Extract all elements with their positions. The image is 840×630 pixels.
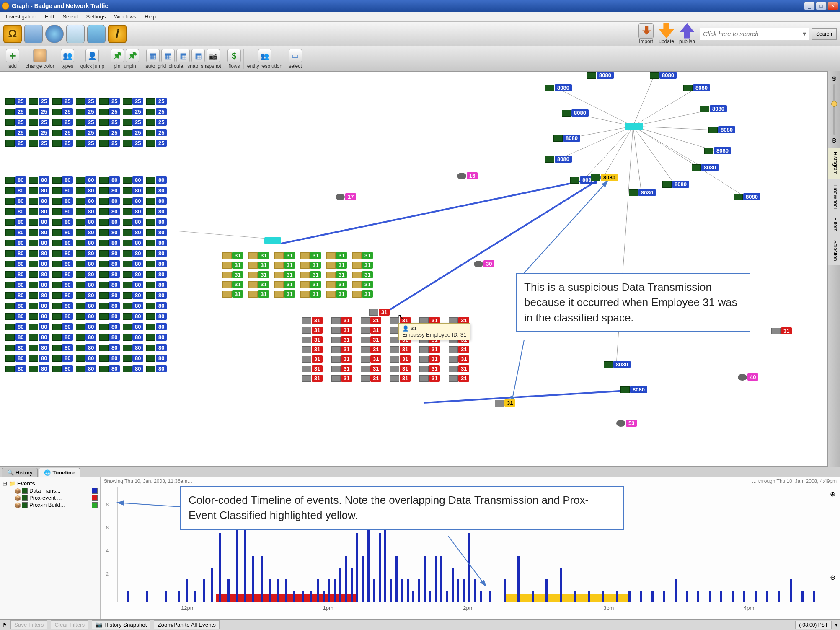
grid-layout-icon[interactable] (161, 49, 175, 62)
tree-item-data-trans[interactable]: 📦 Data Trans... (3, 487, 98, 494)
blue-node-80[interactable]: 80 (99, 271, 122, 278)
blue-node-80[interactable]: 80 (5, 302, 28, 309)
red-node-31[interactable]: 31 (331, 346, 360, 353)
zoom-plus-icon[interactable]: ⊕ (830, 490, 835, 498)
blue-node-80[interactable]: 80 (99, 313, 122, 320)
blue-node-80[interactable]: 80 (29, 197, 52, 205)
red-node-31[interactable]: 31 (331, 375, 360, 382)
menu-select[interactable]: Select (58, 13, 82, 21)
blue-node-25[interactable]: 25 (76, 129, 98, 136)
green-node-31[interactable]: 31 (300, 281, 326, 288)
green-node-31[interactable]: 31 (352, 290, 377, 298)
red-node-31[interactable]: 31 (449, 375, 477, 382)
blue-node-25[interactable]: 25 (99, 98, 122, 105)
blue-node-80[interactable]: 80 (29, 271, 52, 278)
green-node-31[interactable]: 31 (274, 271, 300, 278)
blue-node-25[interactable]: 25 (5, 98, 28, 105)
person-node-53[interactable]: 53 (616, 420, 637, 427)
blue-node-80[interactable]: 80 (99, 176, 122, 184)
blue-node-80[interactable]: 80 (29, 218, 52, 226)
green-node-31[interactable]: 31 (352, 262, 377, 269)
blue-node-80[interactable]: 80 (123, 208, 145, 215)
red-node-31[interactable]: 31 (449, 346, 477, 353)
status-flag-icon[interactable]: ⚑ (3, 622, 7, 628)
red-node-31[interactable]: 31 (302, 336, 331, 343)
blue-node-80[interactable]: 80 (123, 355, 145, 362)
green-node-31[interactable]: 31 (300, 262, 326, 269)
blue-node-25[interactable]: 25 (123, 98, 145, 105)
blue-node-25[interactable]: 25 (5, 140, 28, 147)
blue-node-80[interactable]: 80 (123, 365, 145, 372)
blue-node-80[interactable]: 80 (52, 187, 75, 194)
blue-node-25[interactable]: 25 (76, 98, 98, 105)
blue-node-80[interactable]: 80 (52, 250, 75, 257)
tool-select[interactable]: select (286, 49, 305, 69)
blue-node-80[interactable]: 80 (52, 260, 75, 267)
blue-node-80[interactable]: 80 (5, 187, 28, 194)
blue-node-25[interactable]: 25 (146, 129, 169, 136)
blue-node-80[interactable]: 80 (29, 281, 52, 288)
blue-node-25[interactable]: 25 (123, 140, 145, 147)
blue-node-80[interactable]: 80 (5, 344, 28, 351)
red-node-31[interactable]: 31 (449, 365, 477, 372)
blue-node-80[interactable]: 80 (5, 176, 28, 184)
blue-node-80[interactable]: 80 (99, 365, 122, 372)
zoom-pan-all-button[interactable]: Zoom/Pan to All Events (154, 620, 220, 629)
blue-node-80[interactable]: 80 (146, 365, 169, 372)
star-center-node[interactable] (625, 123, 643, 130)
blue-node-80[interactable]: 80 (76, 355, 98, 362)
tool-entity-resolution[interactable]: entity resolution (245, 49, 285, 69)
blue-node-80[interactable]: 80 (99, 323, 122, 330)
red-node-31[interactable]: 31 (302, 346, 331, 353)
blue-node-80[interactable]: 80 (146, 208, 169, 215)
blue-node-80[interactable]: 80 (123, 197, 145, 205)
blue-node-80[interactable]: 80 (146, 176, 169, 184)
info-icon[interactable]: i (108, 25, 127, 43)
blue-node-80[interactable]: 80 (123, 344, 145, 351)
green-node-31[interactable]: 31 (326, 252, 352, 259)
person-node-16[interactable]: 16 (457, 172, 478, 179)
blue-node-25[interactable]: 25 (99, 129, 122, 136)
green-node-31[interactable]: 31 (352, 252, 377, 259)
network-node-8080[interactable]: 8080 (683, 84, 710, 91)
maximize-button[interactable]: □ (816, 2, 827, 10)
red-node-31[interactable]: 31 (361, 327, 389, 334)
green-node-31[interactable]: 31 (248, 290, 274, 298)
green-node-31[interactable]: 31 (248, 271, 274, 278)
blue-node-80[interactable]: 80 (29, 239, 52, 246)
network-node-8080[interactable]: 8080 (545, 84, 572, 91)
blue-node-80[interactable]: 80 (52, 229, 75, 236)
import-button[interactable]: import (638, 23, 654, 44)
tool-change-color[interactable]: change color (23, 49, 57, 69)
blue-node-80[interactable]: 80 (146, 187, 169, 194)
blue-node-80[interactable]: 80 (123, 260, 145, 267)
red-node-31[interactable]: 31 (361, 346, 389, 353)
blue-node-25[interactable]: 25 (52, 129, 75, 136)
blue-node-80[interactable]: 80 (99, 344, 122, 351)
network-node-8080[interactable]: 8080 (629, 189, 656, 196)
tree-item-prox-in[interactable]: 📦 Prox-in Build... (3, 501, 98, 508)
blue-node-25[interactable]: 25 (76, 140, 98, 147)
red-node-31[interactable]: 31 (419, 375, 448, 382)
network-node-8080[interactable]: 8080 (734, 193, 760, 200)
blue-node-80[interactable]: 80 (76, 260, 98, 267)
blue-node-25[interactable]: 25 (146, 140, 169, 147)
blue-node-80[interactable]: 80 (146, 250, 169, 257)
blue-node-80[interactable]: 80 (99, 187, 122, 194)
blue-node-25[interactable]: 25 (5, 108, 28, 115)
blue-node-80[interactable]: 80 (5, 239, 28, 246)
blue-node-80[interactable]: 80 (29, 208, 52, 215)
red-node-31[interactable]: 31 (331, 317, 360, 324)
red-node-31[interactable]: 31 (419, 355, 448, 363)
search-dropdown-icon[interactable]: ▾ (803, 30, 806, 38)
tool-quick-jump[interactable]: quick jump (78, 49, 107, 69)
pin-icon[interactable] (111, 49, 124, 62)
blue-node-25[interactable]: 25 (52, 140, 75, 147)
blue-node-80[interactable]: 80 (29, 176, 52, 184)
network-node-8080[interactable]: 8080 (620, 386, 647, 393)
blue-node-80[interactable]: 80 (52, 365, 75, 372)
red-node-31[interactable]: 31 (331, 327, 360, 334)
blue-node-80[interactable]: 80 (123, 334, 145, 341)
blue-node-80[interactable]: 80 (52, 239, 75, 246)
blue-node-80[interactable]: 80 (146, 218, 169, 226)
